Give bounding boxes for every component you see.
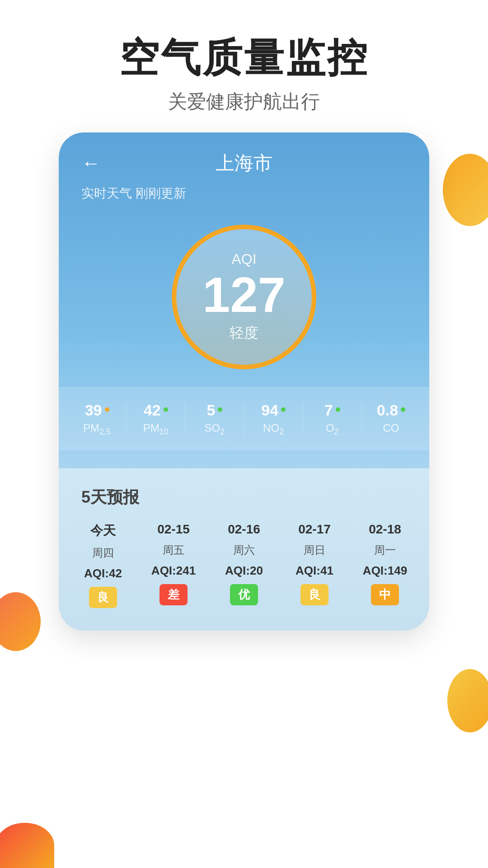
pollutant-item: 0.8 CO — [362, 401, 420, 437]
pollutant-name: NO2 — [263, 422, 284, 437]
day-name: 02-16 — [228, 522, 260, 537]
pollutant-name: PM2.5 — [83, 422, 111, 437]
decoration-blob-bottom-left — [0, 592, 41, 651]
pollutant-value-row: 5 — [206, 401, 222, 419]
pollutant-dot — [401, 407, 405, 412]
day-weekday: 周四 — [92, 546, 114, 560]
pollutant-value: 0.8 — [377, 401, 398, 419]
pollutant-item: 5 SO2 — [185, 401, 244, 437]
realtime-label: 实时天气 — [81, 186, 132, 200]
decoration-blob-bottom-red — [0, 823, 54, 868]
quality-badge: 良 — [89, 587, 117, 608]
phone-card: ← 上海市 实时天气 刚刚更新 AQI 127 轻度 39 PM2.5 — [59, 132, 429, 631]
card-top: ← 上海市 实时天气 刚刚更新 AQI 127 轻度 39 PM2.5 — [59, 132, 429, 468]
pollutant-dot — [281, 407, 286, 412]
status-bar: 实时天气 刚刚更新 — [59, 185, 429, 216]
day-name: 今天 — [90, 522, 116, 539]
aqi-label: AQI — [231, 251, 256, 268]
forecast-section: 5天预报 今天 周四 AQI:42 良 02-15 周五 AQI:241 差 0… — [59, 468, 429, 631]
pollutant-value: 7 — [324, 401, 333, 419]
hero-subtitle: 关爱健康护航出行 — [0, 89, 488, 114]
day-name: 02-18 — [369, 522, 401, 537]
day-weekday: 周日 — [304, 543, 325, 557]
back-button[interactable]: ← — [81, 152, 100, 174]
pollutant-dot — [336, 407, 340, 412]
aqi-circle-container: AQI 127 轻度 — [59, 216, 429, 387]
pollutant-value-row: 94 — [261, 401, 286, 419]
pollutant-name: CO — [383, 422, 399, 434]
forecast-day: 02-18 周一 AQI:149 中 — [350, 522, 420, 608]
day-name: 02-17 — [298, 522, 331, 537]
forecast-day: 今天 周四 AQI:42 良 — [68, 522, 138, 608]
pollutant-value-row: 7 — [324, 401, 340, 419]
forecast-title: 5天预报 — [59, 482, 429, 518]
pollutant-value-row: 42 — [144, 401, 168, 419]
pollutant-item: 39 PM2.5 — [68, 401, 127, 437]
day-weekday: 周六 — [233, 543, 255, 557]
pollutant-name: SO2 — [205, 422, 225, 437]
pollutant-item: 7 O2 — [303, 401, 362, 437]
pollutant-value: 42 — [144, 401, 161, 419]
pollutant-value: 5 — [206, 401, 215, 419]
pollutant-value-row: 0.8 — [377, 401, 405, 419]
decoration-blob-top-right — [443, 154, 488, 226]
updated-label: 刚刚更新 — [136, 186, 186, 200]
day-aqi: AQI:149 — [363, 564, 407, 578]
pollutant-dot — [105, 407, 109, 412]
pollutant-name: O2 — [326, 422, 339, 437]
city-title: 上海市 — [216, 151, 272, 176]
pollutant-item: 94 NO2 — [244, 401, 303, 437]
day-weekday: 周五 — [163, 543, 184, 557]
quality-badge: 中 — [371, 584, 399, 605]
aqi-circle: AQI 127 轻度 — [172, 225, 316, 369]
day-aqi: AQI:241 — [151, 564, 196, 578]
forecast-day: 02-15 周五 AQI:241 差 — [138, 522, 209, 608]
day-name: 02-15 — [157, 522, 190, 537]
decoration-blob-bottom-right — [447, 669, 488, 732]
pollutant-dot — [164, 407, 168, 412]
hero-section: 空气质量监控 关爱健康护航出行 — [0, 0, 488, 132]
pollutant-value-row: 39 — [85, 401, 109, 419]
pollutant-value: 39 — [85, 401, 102, 419]
day-weekday: 周一 — [374, 543, 396, 557]
aqi-value: 127 — [202, 270, 286, 320]
quality-badge: 差 — [160, 584, 188, 605]
day-aqi: AQI:41 — [296, 564, 333, 578]
pollutant-item: 42 PM10 — [127, 401, 185, 437]
day-aqi: AQI:20 — [225, 564, 263, 578]
quality-badge: 优 — [230, 584, 258, 605]
nav-bar: ← 上海市 — [59, 132, 429, 185]
day-aqi: AQI:42 — [84, 566, 122, 580]
pollutant-value: 94 — [261, 401, 278, 419]
pollutant-dot — [218, 407, 222, 412]
forecast-day: 02-16 周六 AQI:20 优 — [209, 522, 279, 608]
forecast-days: 今天 周四 AQI:42 良 02-15 周五 AQI:241 差 02-16 … — [59, 518, 429, 631]
quality-badge: 良 — [300, 584, 328, 605]
hero-title: 空气质量监控 — [0, 36, 488, 80]
pollutants-row: 39 PM2.5 42 PM10 5 SO2 94 NO2 7 — [59, 387, 429, 450]
pollutant-name: PM10 — [143, 422, 169, 437]
forecast-day: 02-17 周日 AQI:41 良 — [279, 522, 350, 608]
aqi-desc: 轻度 — [230, 323, 258, 343]
